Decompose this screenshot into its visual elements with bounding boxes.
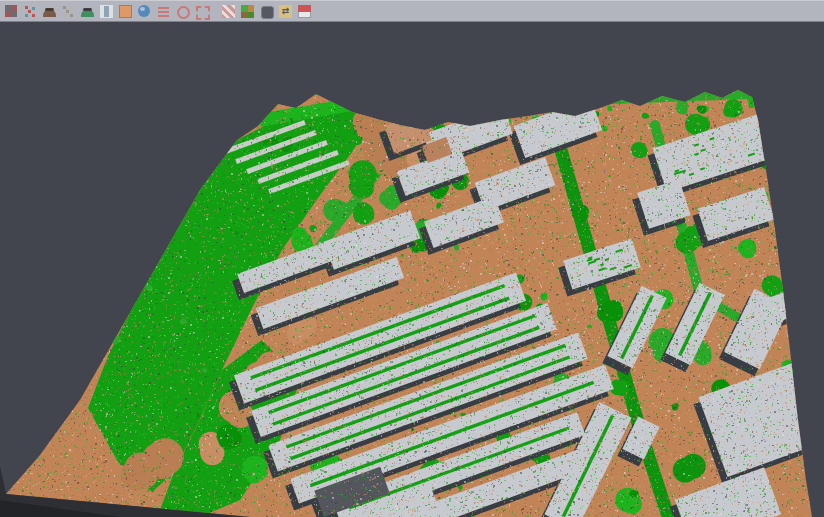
toolbar-icon-point-display[interactable] bbox=[61, 4, 76, 19]
toolbar-icon-classify-points[interactable] bbox=[23, 4, 38, 19]
toolbar-icon-measure-tool[interactable]: ⇄ bbox=[278, 4, 293, 19]
toolbar-icon-section-view[interactable] bbox=[99, 4, 114, 19]
toolbar-icon-rotate-3d[interactable] bbox=[137, 4, 152, 19]
toolbar-icon-building-extraction[interactable] bbox=[259, 4, 274, 19]
toolbar-icon-profile-lines[interactable] bbox=[156, 4, 171, 19]
toolbar-icon-vegetation-model[interactable] bbox=[80, 4, 95, 19]
toolbar-icon-ground-model[interactable] bbox=[42, 4, 57, 19]
toolbar-icon-flag-marker[interactable] bbox=[297, 4, 312, 19]
toolbar-icon-classification-colors[interactable] bbox=[240, 4, 255, 19]
application-window: ⇄ bbox=[0, 0, 824, 517]
toolbar-icon-import-points[interactable] bbox=[4, 4, 19, 19]
toolbar-icon-ortho-view[interactable] bbox=[118, 4, 133, 19]
toolbar: ⇄ bbox=[0, 0, 824, 22]
toolbar-icon-rectangle-selection[interactable] bbox=[194, 4, 209, 19]
toolbar-icon-grid-overlay[interactable] bbox=[221, 4, 236, 19]
toolbar-icon-circle-selection[interactable] bbox=[175, 4, 190, 19]
viewport-3d-point-cloud[interactable] bbox=[0, 0, 824, 517]
